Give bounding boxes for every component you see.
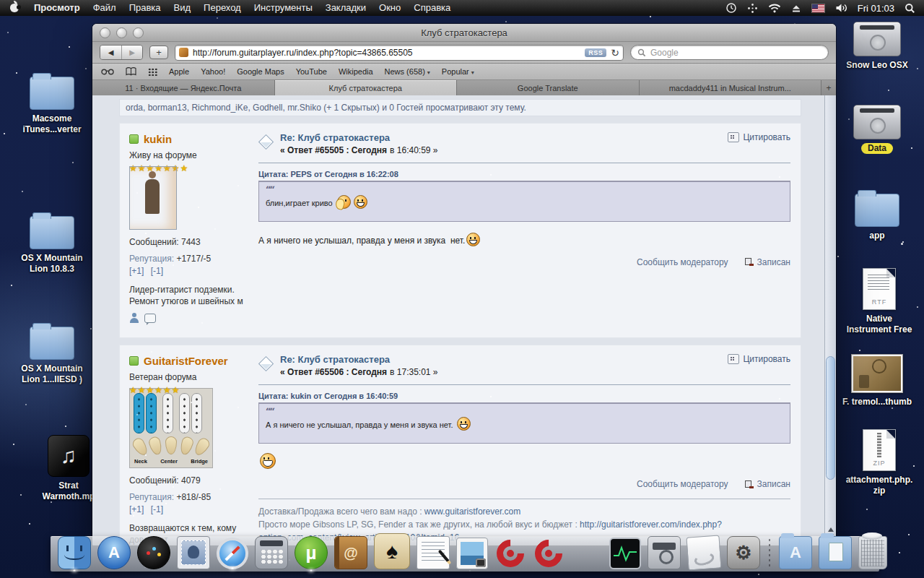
new-tab-button[interactable]: +	[149, 46, 168, 59]
dock-iphoto-icon[interactable]	[456, 538, 488, 569]
reload-button[interactable]: ↻	[611, 48, 619, 58]
post-text: А я ничего не услышал, правда у меня и з…	[258, 236, 465, 246]
address-bar[interactable]: http://forum.guitarplayer.ru/index.php?t…	[175, 45, 624, 61]
dock-documents-folder-icon[interactable]	[819, 536, 852, 569]
message-icon[interactable]	[144, 314, 156, 323]
search-field[interactable]: Google	[630, 45, 829, 60]
tab-macdaddy[interactable]: macdaddy411 in Musical Instrum...	[640, 80, 822, 97]
dock-calculator-icon[interactable]	[255, 536, 288, 569]
scrollbar[interactable]	[824, 95, 836, 545]
scrollbar-thumb[interactable]	[826, 356, 835, 479]
desktop-icon-image-thumb[interactable]: F. tremol...thumb	[837, 354, 917, 407]
desktop-icon-macsome-folder[interactable]: Macsome iTunes...verter	[12, 72, 92, 135]
apple-menu[interactable]	[0, 4, 27, 12]
top-sites-grid-icon[interactable]	[148, 68, 157, 76]
dock-activity-monitor-icon[interactable]	[609, 538, 641, 569]
desktop-icon-label: Data	[861, 143, 893, 154]
tab-yandex-mail[interactable]: 11 · Входящие — Яндекс.Почта	[92, 80, 275, 97]
menu-edit[interactable]: Правка	[123, 0, 167, 16]
desktop-icon-zip-archive[interactable]: ZIP attachment.php.zip	[840, 429, 919, 496]
guitar-pick	[147, 436, 163, 456]
reader-glasses-icon[interactable]	[101, 68, 114, 75]
bookmark-wikipedia[interactable]: Wikipedia	[339, 67, 373, 76]
dock-address-book-icon[interactable]: @	[334, 536, 367, 569]
profile-icon[interactable]	[129, 313, 140, 323]
pickup-coil	[162, 393, 173, 434]
rep-minus-link[interactable]: [-1]	[151, 504, 163, 514]
volume-icon[interactable]	[835, 3, 847, 13]
post-title-link[interactable]: Re: Клуб стратокастера	[280, 354, 438, 365]
rep-plus-link[interactable]: [+1]	[129, 504, 144, 514]
bluetooth-dots-icon[interactable]	[747, 3, 758, 14]
back-button[interactable]: ◀	[100, 46, 121, 59]
rep-plus-link[interactable]: [+1]	[129, 266, 144, 276]
forward-button[interactable]: ▶	[121, 46, 142, 59]
dock-dashboard-icon[interactable]	[137, 536, 170, 569]
post-title-link[interactable]: Re: Клуб стратокастера	[280, 132, 438, 143]
menu-bookmarks[interactable]: Закладки	[319, 0, 372, 16]
menu-app-name[interactable]: Просмотр	[27, 0, 87, 16]
author-link[interactable]: kukin	[144, 133, 172, 145]
signature-link[interactable]: www.guitaristforever.com	[424, 506, 520, 517]
bookmark-apple[interactable]: Apple	[169, 67, 189, 76]
report-to-moderator-link[interactable]: Сообщить модератору	[637, 257, 728, 267]
menu-tools[interactable]: Инструменты	[248, 0, 319, 16]
desktop-icon-data-drive[interactable]: Data	[837, 105, 917, 154]
dock-installer-icon[interactable]	[686, 535, 721, 570]
time-machine-icon[interactable]	[725, 2, 737, 14]
spotlight-icon[interactable]	[905, 3, 915, 14]
user-stars: ★★★★★★★	[129, 163, 131, 165]
dock-textedit-icon[interactable]	[417, 536, 450, 569]
dock-trash-icon[interactable]	[858, 536, 887, 569]
bookmark-popular-menu[interactable]: Popular▾	[442, 67, 474, 76]
guitar-pick	[178, 436, 194, 456]
dock-app-store-icon[interactable]: A	[97, 536, 131, 569]
bookmarks-book-icon[interactable]	[126, 67, 136, 76]
eject-icon[interactable]	[791, 4, 801, 13]
quote-button[interactable]: Цитировать	[728, 132, 790, 142]
menu-view[interactable]: Вид	[167, 0, 198, 16]
quote-button[interactable]: Цитировать	[728, 354, 790, 364]
rep-minus-link[interactable]: [-1]	[151, 266, 163, 276]
quote-box: А я ничего не услышал, правда у меня и з…	[258, 402, 790, 444]
dock-card-game-icon[interactable]: ♠	[374, 533, 410, 569]
report-to-moderator-link[interactable]: Сообщить модератору	[637, 479, 728, 489]
desktop-icon-rtf-document[interactable]: RTF Native Instrument Free	[840, 268, 919, 335]
scroll-up-arrow[interactable]	[828, 527, 834, 532]
desktop-icon-osx-mountain-lion2-folder[interactable]: OS X Mountain Lion 1...IIESD )	[12, 322, 92, 385]
rss-badge[interactable]: RSS	[585, 48, 606, 57]
desktop-icon-osx-mountain-lion-folder[interactable]: OS X Mountain Lion 10.8.3	[12, 212, 92, 275]
quote-header: Цитата: PEPS от Сегодня в 16:22:08	[258, 170, 790, 178]
dock-disk-utility-icon[interactable]	[648, 536, 681, 569]
tab-add-button[interactable]: +	[821, 80, 836, 97]
bookmark-news-menu[interactable]: News (658)▾	[385, 67, 430, 76]
dock-mail-icon[interactable]	[177, 536, 210, 569]
tab-google-translate[interactable]: Google Translate	[457, 80, 640, 97]
dock-applications-folder-icon[interactable]: A	[779, 536, 812, 569]
desktop-icon-label: Macsome iTunes...verter	[12, 113, 92, 135]
menu-file[interactable]: Файл	[87, 0, 123, 16]
wifi-icon[interactable]	[768, 3, 781, 13]
dock-vlc-icon[interactable]	[571, 538, 603, 569]
keyboard-layout-flag-icon[interactable]	[811, 4, 825, 13]
desktop-icon-app-folder[interactable]: app	[837, 189, 917, 241]
tab-strat-club[interactable]: Клуб стратокастера	[275, 80, 458, 97]
user-avatar	[129, 166, 177, 230]
dock-red-app-icon-2[interactable]	[533, 538, 565, 569]
dock-utorrent-icon[interactable]: µ	[295, 536, 328, 569]
menu-window[interactable]: Окно	[372, 0, 407, 16]
window-title-bar[interactable]: Клуб стратокастера	[92, 24, 836, 42]
menu-help[interactable]: Справка	[407, 0, 457, 16]
dock-gears-app-icon[interactable]: ⚙	[727, 536, 760, 569]
author-link[interactable]: GuitaristForever	[144, 355, 228, 367]
bookmark-youtube[interactable]: YouTube	[296, 67, 327, 76]
dock-red-app-icon-1[interactable]	[494, 538, 526, 569]
quoted-text: А я ничего не услышал, правда у меня и з…	[266, 420, 453, 429]
bookmark-yahoo[interactable]: Yahoo!	[201, 67, 225, 76]
desktop-icon-snow-leo-drive[interactable]: Snow Leo OSX	[837, 22, 917, 71]
dock-finder-icon[interactable]	[58, 536, 91, 569]
menu-clock[interactable]: Fri 01:03	[858, 3, 894, 14]
bookmark-google-maps[interactable]: Google Maps	[237, 67, 284, 76]
menu-go[interactable]: Переход	[197, 0, 248, 16]
dock-safari-icon[interactable]	[217, 538, 248, 569]
